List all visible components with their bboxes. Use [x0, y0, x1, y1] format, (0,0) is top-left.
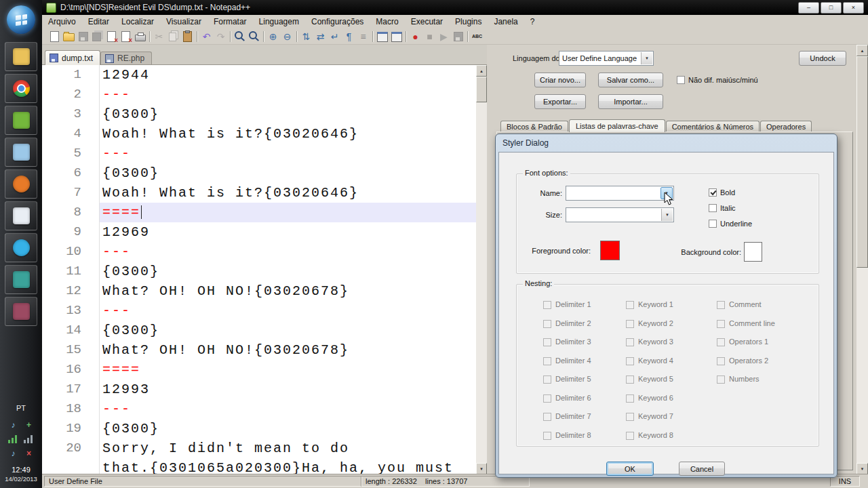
- line-text[interactable]: Sorry, I didn't mean to do: [100, 439, 476, 458]
- save-all-button[interactable]: [90, 29, 104, 43]
- scroll-up-arrow-icon[interactable]: ▲: [476, 65, 487, 77]
- italic-row[interactable]: Italic: [709, 204, 736, 212]
- volume-icon[interactable]: ♪: [8, 420, 19, 430]
- menu-item-3[interactable]: Visualizar: [160, 15, 208, 28]
- menu-item-10[interactable]: Janela: [488, 15, 524, 28]
- foreground-color-swatch[interactable]: [600, 241, 620, 260]
- udl-tab-2[interactable]: Comentários & Números: [666, 121, 760, 132]
- line-text[interactable]: Woah! What is it?{03020646}: [100, 124, 476, 144]
- line-text[interactable]: {0300}: [100, 419, 476, 439]
- menu-item-9[interactable]: Plugins: [449, 15, 488, 28]
- play-macro-button[interactable]: ▶: [437, 29, 451, 43]
- menu-item-2[interactable]: Localizar: [115, 15, 160, 28]
- menu-item-5[interactable]: Linguagem: [253, 15, 305, 28]
- undo-button[interactable]: ↶: [199, 29, 214, 43]
- copy-button[interactable]: [166, 29, 180, 43]
- line-text[interactable]: {0300}: [100, 163, 476, 183]
- save-button[interactable]: [76, 29, 90, 43]
- doc-switcher-button[interactable]: [389, 29, 403, 43]
- close-file-button[interactable]: [104, 29, 119, 43]
- italic-checkbox[interactable]: [709, 204, 717, 212]
- scroll-up-arrow-icon[interactable]: ▲: [856, 45, 868, 56]
- save-as-button[interactable]: Salvar como...: [598, 73, 663, 87]
- background-color-swatch[interactable]: [744, 242, 762, 262]
- taskbar-white-app-button[interactable]: [5, 201, 37, 230]
- indent-guide-button[interactable]: ≡: [356, 29, 370, 43]
- zoom-in-button[interactable]: ⊕: [266, 29, 280, 43]
- menu-item-7[interactable]: Macro: [370, 15, 404, 28]
- taskbar-teal-app-button[interactable]: [5, 265, 37, 294]
- font-size-select[interactable]: ▼: [566, 207, 674, 222]
- zoom-out-button[interactable]: ⊖: [280, 29, 294, 43]
- title-bar[interactable]: D:\tmp\[NDS]Resident Evil DS\dump.txt - …: [42, 0, 868, 15]
- cancel-button[interactable]: Cancel: [679, 462, 725, 476]
- new-file-button[interactable]: [47, 29, 62, 43]
- udl-tab-3[interactable]: Operadores: [760, 121, 812, 132]
- stop-macro-button[interactable]: ■: [422, 29, 437, 43]
- minimize-button[interactable]: –: [798, 2, 819, 14]
- find-button[interactable]: [233, 29, 247, 43]
- language-indicator[interactable]: PT: [0, 404, 42, 412]
- word-wrap-button[interactable]: ↵: [328, 29, 342, 43]
- signal-icon[interactable]: [24, 435, 33, 443]
- font-name-select[interactable]: ▼: [566, 186, 674, 201]
- line-text[interactable]: 12993: [100, 380, 476, 399]
- underline-row[interactable]: Underline: [709, 220, 752, 228]
- start-button[interactable]: [7, 5, 35, 34]
- bold-row[interactable]: Bold: [709, 188, 735, 197]
- line-text[interactable]: ====: [100, 360, 476, 380]
- record-macro-button[interactable]: ●: [408, 29, 422, 43]
- ignore-case-row[interactable]: Não dif. maiúsc/minú: [677, 76, 758, 84]
- mute-error-icon[interactable]: ×: [24, 449, 35, 458]
- line-text[interactable]: {0300}: [100, 104, 476, 124]
- language-select[interactable]: User Define Language ▼: [559, 51, 654, 66]
- panel-scrollbar[interactable]: ▲ ▼: [856, 45, 868, 474]
- underline-checkbox[interactable]: [709, 220, 717, 228]
- line-text[interactable]: ====: [100, 203, 476, 222]
- line-text[interactable]: 12944: [100, 65, 476, 85]
- dialog-title-bar[interactable]: Styler Dialog: [496, 134, 837, 152]
- taskbar-chrome-button[interactable]: [5, 74, 37, 103]
- redo-button[interactable]: ↷: [214, 29, 228, 43]
- print-button[interactable]: [133, 29, 147, 43]
- save-macro-button[interactable]: [451, 29, 465, 43]
- editor-vertical-scrollbar[interactable]: ▲ ▼: [476, 65, 487, 474]
- panel-splitter[interactable]: [487, 45, 492, 474]
- replace-button[interactable]: [247, 29, 261, 43]
- import-button[interactable]: Importar...: [598, 94, 663, 109]
- export-button[interactable]: Exportar...: [534, 94, 586, 109]
- update-icon[interactable]: +: [24, 420, 35, 430]
- line-text[interactable]: 12969: [100, 222, 476, 242]
- show-all-chars-button[interactable]: ¶: [342, 29, 356, 43]
- scroll-down-arrow-icon[interactable]: ▼: [856, 463, 868, 474]
- line-text[interactable]: ---: [100, 301, 476, 321]
- tab-re-php[interactable]: RE.php: [100, 52, 152, 64]
- line-text[interactable]: What? OH! OH NO!{03020678}: [100, 281, 476, 301]
- line-text[interactable]: ---: [100, 242, 476, 262]
- line-text[interactable]: ---: [100, 144, 476, 163]
- taskbar-blue-app-button[interactable]: [5, 138, 37, 167]
- editor[interactable]: 1129442---3{0300}4Woah! What is it?{0302…: [42, 65, 476, 474]
- udl-tab-1[interactable]: Listas de palavras-chave: [569, 119, 665, 132]
- clock[interactable]: 12:49 14/02/2013: [0, 465, 42, 484]
- tab-dump-txt[interactable]: dump.txt: [45, 50, 100, 65]
- paste-button[interactable]: [180, 29, 195, 43]
- scroll-down-arrow-icon[interactable]: ▼: [476, 463, 487, 474]
- create-new-button[interactable]: Criar novo...: [534, 73, 586, 87]
- spell-check-button[interactable]: ABC: [470, 29, 484, 43]
- ignore-case-checkbox[interactable]: [677, 76, 685, 84]
- menu-item-0[interactable]: Arquivo: [42, 15, 82, 28]
- udl-dialog-button[interactable]: [375, 29, 389, 43]
- taskbar-green-app-button[interactable]: [5, 106, 37, 135]
- menu-item-11[interactable]: ?: [524, 15, 541, 28]
- taskbar-explorer-button[interactable]: [5, 42, 37, 71]
- speaker-icon[interactable]: ♪: [8, 449, 19, 458]
- editor-scrollbar-thumb[interactable]: [476, 77, 487, 102]
- taskbar-firefox-button[interactable]: [5, 169, 37, 199]
- taskbar-skype-button[interactable]: [5, 233, 37, 262]
- cut-button[interactable]: ✂: [152, 29, 166, 43]
- undock-button[interactable]: Undock: [799, 51, 846, 66]
- menu-item-8[interactable]: Executar: [405, 15, 449, 28]
- menu-item-4[interactable]: Formatar: [208, 15, 253, 28]
- line-text[interactable]: ---: [100, 399, 476, 419]
